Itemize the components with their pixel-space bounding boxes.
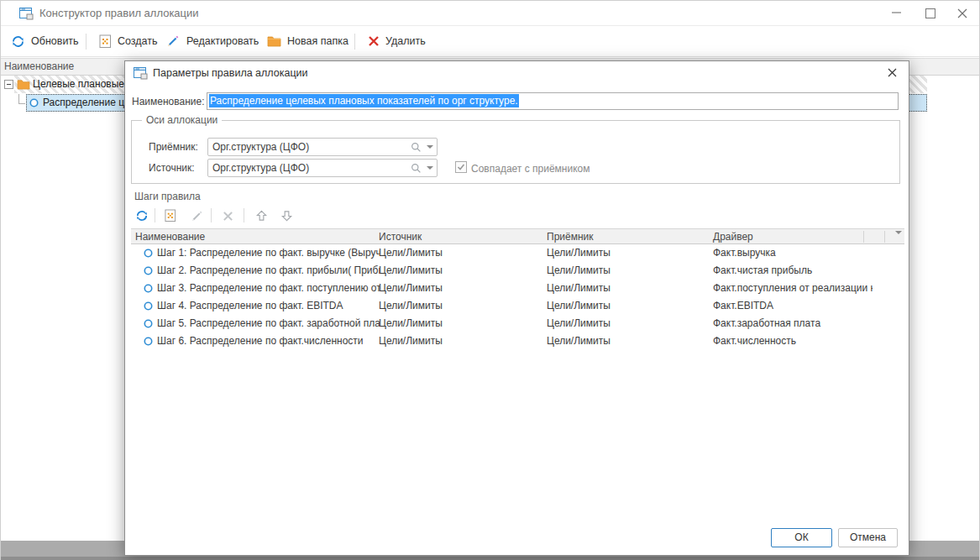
column-header-driver[interactable]: Драйвер [713, 231, 753, 243]
tree-connector [18, 103, 25, 104]
folder-icon [267, 35, 281, 47]
step-name-cell: Шаг 2. Распределение по факт. прибыли( П… [157, 262, 380, 280]
step-receiver-cell: Цели/Лимиты [547, 332, 710, 350]
receiver-combo[interactable]: Орг.структура (ЦФО) [207, 138, 438, 156]
steps-edit-button[interactable] [186, 206, 207, 226]
search-icon [411, 163, 422, 174]
close-button[interactable] [946, 1, 979, 25]
step-node-icon [144, 301, 153, 313]
delete-label: Удалить [385, 35, 426, 47]
create-button[interactable]: Создать [99, 26, 158, 56]
step-source-cell: Цели/Лимиты [379, 280, 542, 297]
minimize-button[interactable] [880, 1, 914, 25]
toolbar-separator [244, 208, 244, 222]
arrow-up-icon [255, 209, 268, 222]
source-combo[interactable]: Орг.структура (ЦФО) [207, 159, 438, 177]
move-up-button[interactable] [251, 206, 271, 226]
step-name-cell: Шаг 3. Распределение по факт. поступлени… [157, 280, 380, 297]
selected-text: Распределение целевых плановых показател… [209, 94, 519, 107]
folder-icon [17, 79, 30, 92]
arrow-down-icon [280, 209, 293, 222]
new-folder-button[interactable]: Новая папка [267, 26, 349, 56]
step-name-cell: Шаг 5. Распределение по факт. заработной… [157, 315, 380, 332]
step-source-cell: Цели/Лимиты [379, 262, 542, 280]
step-row[interactable]: Шаг 4. Распределение по факт. EBITDA Цел… [131, 297, 904, 315]
minimize-icon [892, 8, 902, 17]
step-driver-cell: Факт.чистая прибыль [713, 262, 873, 280]
tree-connector [18, 94, 19, 103]
steps-delete-button[interactable] [217, 206, 238, 226]
step-receiver-cell: Цели/Лимиты [547, 280, 710, 297]
receiver-label: Приёмник: [149, 141, 198, 153]
check-icon [457, 163, 465, 171]
refresh-button[interactable]: Обновить [11, 26, 79, 56]
allocation-rule-dialog: Параметры правила аллокации Наименование… [124, 60, 909, 556]
refresh-label: Обновить [31, 35, 79, 47]
step-row[interactable]: Шаг 5. Распределение по факт. заработной… [131, 315, 904, 332]
name-input[interactable]: Распределение целевых плановых показател… [207, 92, 899, 110]
window-title: Конструктор правил аллокации [39, 7, 199, 19]
main-toolbar: Обновить Создать Редактировать Новая пап… [1, 26, 979, 57]
dialog-title: Параметры правила аллокации [153, 67, 308, 79]
close-icon [888, 68, 897, 77]
toolbar-separator [155, 208, 155, 222]
step-receiver-cell: Цели/Лимиты [547, 244, 710, 262]
pencil-icon [165, 34, 181, 49]
pencil-icon [190, 209, 204, 223]
step-driver-cell: Факт.выручка [713, 244, 873, 262]
maximize-button[interactable] [914, 1, 947, 25]
cancel-button[interactable]: Отмена [838, 528, 898, 547]
step-row[interactable]: Шаг 1: Распределение по факт. выручке (В… [131, 244, 904, 262]
new-folder-label: Новая папка [287, 35, 349, 47]
step-driver-cell: Факт.EBITDA [713, 297, 873, 315]
step-name-cell: Шаг 6. Распределение по факт.численности [157, 332, 380, 350]
rule-label: Распределение цел [43, 97, 135, 108]
chevron-down-icon [427, 166, 433, 170]
toolbar-separator [211, 208, 212, 222]
step-source-cell: Цели/Лимиты [379, 244, 542, 262]
delete-icon [368, 35, 380, 47]
collapse-icon[interactable] [4, 80, 13, 89]
step-source-cell: Цели/Лимиты [379, 315, 542, 332]
step-row[interactable]: Шаг 6. Распределение по факт.численности… [131, 332, 904, 350]
toolbar-separator [354, 34, 355, 50]
same-as-receiver-checkbox[interactable] [455, 161, 467, 173]
step-row[interactable]: Шаг 2. Распределение по факт. прибыли( П… [131, 262, 904, 280]
ok-button[interactable]: ОК [771, 528, 832, 547]
toolbar-separator [86, 34, 86, 50]
receiver-value: Орг.структура (ЦФО) [212, 141, 309, 153]
name-field-label: Наименование: [132, 96, 205, 107]
source-value: Орг.структура (ЦФО) [212, 162, 309, 174]
dialog-close-button[interactable] [883, 65, 900, 81]
maximize-icon [925, 8, 935, 18]
step-receiver-cell: Цели/Лимиты [547, 262, 710, 280]
step-node-icon [144, 319, 153, 331]
edit-button[interactable]: Редактировать [165, 26, 259, 56]
column-header-source[interactable]: Источник [379, 231, 422, 243]
column-header-receiver[interactable]: Приёмник [547, 231, 594, 243]
window-bottom-edge [1, 557, 979, 560]
edit-label: Редактировать [186, 35, 259, 47]
app-window-icon [19, 8, 34, 23]
step-source-cell: Цели/Лимиты [379, 297, 542, 315]
step-row[interactable]: Шаг 3. Распределение по факт. поступлени… [131, 280, 904, 297]
delete-button[interactable]: Удалить [368, 26, 426, 56]
refresh-icon [135, 209, 149, 222]
allocation-axes-group: Оси аллокации Приёмник: Орг.структура (Ц… [131, 120, 900, 184]
step-source-cell: Цели/Лимиты [379, 332, 542, 350]
step-receiver-cell: Цели/Лимиты [547, 297, 710, 315]
move-down-button[interactable] [276, 206, 296, 226]
step-name-cell: Шаг 4. Распределение по факт. EBITDA [157, 297, 380, 315]
rule-node-icon [29, 98, 39, 110]
refresh-icon [11, 34, 25, 49]
steps-add-button[interactable] [160, 206, 181, 226]
column-header-name[interactable]: Наименование [135, 231, 205, 243]
step-driver-cell: Факт.поступления от реализации непр [713, 280, 873, 297]
step-node-icon [144, 337, 153, 348]
step-node-icon [144, 266, 153, 278]
steps-refresh-button[interactable] [132, 206, 152, 226]
header-separator [884, 231, 885, 243]
main-titlebar: Конструктор правил аллокации [1, 1, 979, 26]
steps-table-header: Наименование Источник Приёмник Драйвер [131, 228, 904, 244]
source-label: Источник: [149, 162, 195, 174]
